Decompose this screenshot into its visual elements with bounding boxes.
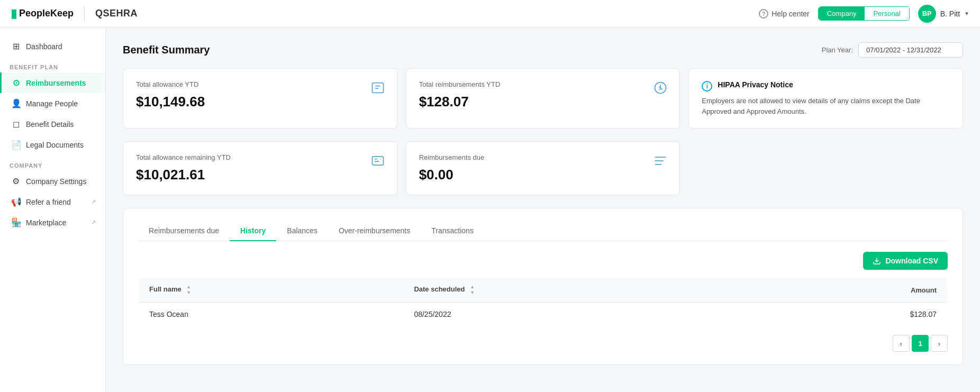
allowance-icon — [370, 80, 385, 97]
card-value: $10,021.61 — [136, 167, 384, 183]
remaining-icon — [370, 153, 385, 170]
sidebar-item-benefit-details[interactable]: ◻ Benefit Details — [0, 114, 105, 134]
cell-date-scheduled: 08/25/2022 — [403, 303, 746, 326]
settings-icon: ⚙ — [11, 176, 21, 186]
company-section-label: COMPANY — [0, 155, 105, 171]
sidebar-item-company-settings[interactable]: ⚙ Company Settings — [0, 171, 105, 192]
card-label: Reimbursements due — [419, 153, 667, 161]
benefit-details-icon: ◻ — [11, 119, 21, 129]
qsehra-logo: QSEHRA — [95, 8, 138, 19]
tab-history[interactable]: History — [230, 221, 276, 241]
logo-divider — [84, 6, 85, 21]
external-link-icon: ↗ — [91, 198, 96, 205]
sidebar-item-legal-documents[interactable]: 📄 Legal Documents — [0, 134, 105, 155]
sidebar-item-label: Dashboard — [26, 42, 62, 51]
app-layout: ⊞ Dashboard BENEFIT PLAN ⊙ Reimbursement… — [0, 28, 980, 392]
benefit-summary-header: Benefit Summary Plan Year: — [123, 42, 963, 58]
sidebar-item-refer-friend[interactable]: 📢 Refer a friend ↗ — [0, 192, 105, 212]
col-amount: Amount — [746, 278, 947, 303]
hipaa-text: Employers are not allowed to view detail… — [702, 96, 950, 116]
table-actions: Download CSV — [138, 252, 948, 270]
help-center-link[interactable]: ? Help center — [759, 9, 810, 19]
top-navigation: ▮ PeopleKeep QSEHRA ? Help center Compan… — [0, 0, 980, 28]
next-page-button[interactable]: › — [931, 335, 948, 352]
help-icon: ? — [759, 9, 768, 19]
tab-over-reimbursements[interactable]: Over-reimbursements — [328, 221, 421, 241]
prev-page-button[interactable]: ‹ — [893, 335, 910, 352]
user-avatar-area[interactable]: BP B. Pitt ▼ — [918, 5, 969, 23]
card-value: $10,149.68 — [136, 94, 384, 110]
summary-cards-row1: Total allowance YTD $10,149.68 Total rei… — [123, 68, 963, 129]
chevron-down-icon: ▼ — [964, 11, 969, 16]
user-name: B. Pitt — [940, 10, 960, 18]
history-content-box: Reimbursements due History Balances Over… — [123, 208, 963, 365]
sort-icon: ▲▼ — [470, 285, 475, 295]
sidebar-item-marketplace[interactable]: 🏪 Marketplace ↗ — [0, 212, 105, 233]
sidebar-item-label: Manage People — [26, 99, 78, 108]
table-row: Tess Ocean 08/25/2022 $128.07 — [139, 303, 948, 326]
sidebar-item-label: Marketplace — [26, 218, 66, 227]
card-value: $128.07 — [419, 94, 667, 110]
history-table: Full name ▲▼ Date scheduled ▲▼ Amount — [138, 277, 948, 326]
company-toggle-button[interactable]: Company — [819, 7, 865, 20]
cell-amount: $128.07 — [746, 303, 947, 326]
help-center-label: Help center — [772, 10, 810, 18]
dashboard-icon: ⊞ — [11, 41, 21, 51]
total-allowance-remaining-card: Total allowance remaining YTD $10,021.61 — [123, 141, 397, 195]
reimbursements-due-card: Reimbursements due $0.00 — [406, 141, 680, 195]
tabs-bar: Reimbursements due History Balances Over… — [138, 221, 948, 241]
marketplace-icon: 🏪 — [11, 217, 21, 227]
col-full-name[interactable]: Full name ▲▼ — [139, 278, 404, 303]
tab-transactions[interactable]: Transactions — [421, 221, 484, 241]
download-csv-button[interactable]: Download CSV — [863, 252, 948, 270]
main-content: Benefit Summary Plan Year: Total allowan… — [106, 28, 980, 392]
tab-balances[interactable]: Balances — [276, 221, 328, 241]
refer-icon: 📢 — [11, 197, 21, 207]
empty-card-placeholder — [688, 141, 963, 195]
hipaa-title: HIPAA Privacy Notice — [718, 80, 793, 89]
logo-area: ▮ PeopleKeep QSEHRA — [11, 6, 138, 21]
legal-documents-icon: 📄 — [11, 140, 21, 150]
svg-rect-5 — [372, 157, 383, 165]
reimbursements-icon: ⊙ — [11, 78, 21, 88]
topnav-right: ? Help center Company Personal BP B. Pit… — [759, 5, 969, 23]
summary-cards-row2: Total allowance remaining YTD $10,021.61… — [123, 141, 963, 195]
card-label: Total allowance remaining YTD — [136, 153, 384, 161]
svg-text:$: $ — [659, 86, 662, 91]
sidebar-item-manage-people[interactable]: 👤 Manage People — [0, 93, 105, 114]
plan-year-input[interactable] — [858, 42, 963, 58]
sidebar-item-reimbursements[interactable]: ⊙ Reimbursements — [0, 72, 105, 93]
reimbursements-icon: $ — [653, 80, 668, 97]
download-csv-label: Download CSV — [885, 257, 938, 265]
due-icon — [653, 153, 668, 170]
page-title: Benefit Summary — [123, 44, 210, 56]
card-label: Total allowance YTD — [136, 80, 384, 88]
plan-year-area: Plan Year: — [822, 42, 963, 58]
sidebar-item-label: Legal Documents — [26, 141, 84, 149]
card-label: Total reimbursements YTD — [419, 80, 667, 88]
sidebar-item-label: Benefit Details — [26, 120, 74, 129]
sidebar-item-label: Company Settings — [26, 177, 86, 186]
external-link-icon: ↗ — [91, 219, 96, 226]
personal-toggle-button[interactable]: Personal — [865, 7, 909, 20]
info-icon: i — [702, 81, 712, 92]
avatar: BP — [918, 5, 936, 23]
pagination: ‹ 1 › — [138, 335, 948, 352]
sidebar-item-label: Refer a friend — [26, 198, 71, 206]
page-1-button[interactable]: 1 — [912, 335, 929, 352]
col-amount-label: Amount — [911, 286, 937, 294]
sort-icon: ▲▼ — [186, 285, 191, 295]
download-icon — [873, 257, 881, 265]
col-date-scheduled[interactable]: Date scheduled ▲▼ — [403, 278, 746, 303]
card-value: $0.00 — [419, 167, 667, 183]
sidebar-item-dashboard[interactable]: ⊞ Dashboard — [0, 36, 105, 57]
sidebar: ⊞ Dashboard BENEFIT PLAN ⊙ Reimbursement… — [0, 28, 106, 392]
peoplekeep-logo: ▮ PeopleKeep — [11, 7, 74, 21]
logo-text: PeopleKeep — [19, 8, 74, 19]
company-personal-toggle: Company Personal — [818, 6, 910, 21]
sidebar-item-label: Reimbursements — [26, 79, 86, 87]
benefit-plan-section-label: BENEFIT PLAN — [0, 57, 105, 72]
tab-reimbursements-due[interactable]: Reimbursements due — [138, 221, 230, 241]
pk-logo-icon: ▮ — [11, 7, 17, 21]
plan-year-label: Plan Year: — [822, 46, 853, 54]
